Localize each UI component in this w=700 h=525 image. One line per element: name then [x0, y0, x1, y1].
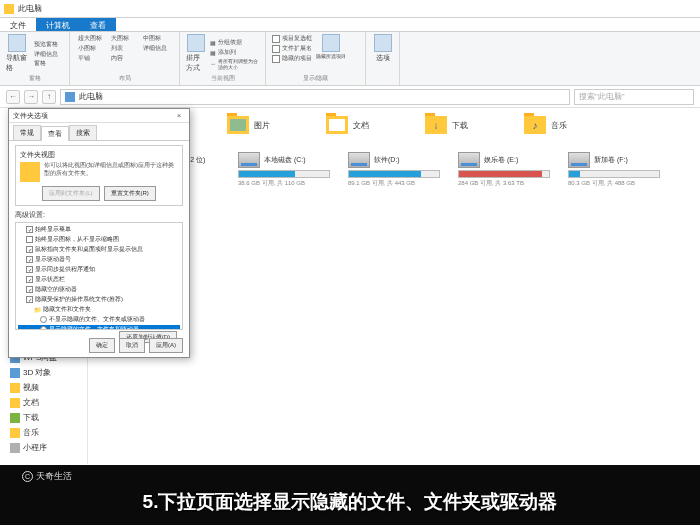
- tab-file[interactable]: 文件: [0, 18, 36, 31]
- ribbon-tabs: 文件 计算机 查看: [0, 18, 700, 32]
- advanced-label: 高级设置:: [15, 210, 183, 220]
- checkbox-file-ext[interactable]: 文件扩展名: [272, 44, 312, 53]
- autofit-button[interactable]: ↔将所有列调整为合适的大小: [210, 58, 259, 70]
- view-l-icons[interactable]: 大图标: [109, 34, 141, 43]
- close-button[interactable]: ×: [173, 111, 185, 121]
- forward-button[interactable]: →: [24, 90, 38, 104]
- folder-documents[interactable]: 文档: [326, 116, 369, 134]
- radio-dont-show-hidden[interactable]: 不显示隐藏的文件、文件夹或驱动器: [18, 315, 180, 325]
- add-columns-button[interactable]: ▦添加列: [210, 48, 259, 57]
- pc-icon: [65, 92, 75, 102]
- tab-search[interactable]: 搜索: [69, 125, 97, 140]
- dialog-footer: 确定 取消 应用(A): [15, 338, 183, 353]
- dialog-body: 文件夹视图 你可以将此视图(如详细信息或图标)应用于这种类型的所有文件夹。 应用…: [9, 141, 189, 349]
- checkbox-item-checkboxes[interactable]: 项目复选框: [272, 34, 312, 43]
- address-bar: ← → ↑ 此电脑 搜索"此电脑": [0, 86, 700, 108]
- tab-general[interactable]: 常规: [13, 125, 41, 140]
- dialog-tabs: 常规 查看 搜索: [9, 123, 189, 141]
- folder-icon: [326, 116, 348, 134]
- sidebar-item[interactable]: 下载: [0, 410, 87, 425]
- cancel-button[interactable]: 取消: [119, 338, 145, 353]
- drive-icon: [458, 152, 480, 168]
- group-desc: 你可以将此视图(如详细信息或图标)应用于这种类型的所有文件夹。: [44, 162, 178, 178]
- view-m-icons[interactable]: 中图标: [141, 34, 173, 43]
- view-list[interactable]: 列表: [109, 44, 141, 53]
- view-s-icons[interactable]: 小图标: [76, 44, 108, 53]
- tab-computer[interactable]: 计算机: [36, 18, 80, 31]
- folder-icon: [20, 162, 40, 182]
- ribbon: 导航窗格 预览窗格 详细信息窗格 窗格 超大图标 大图标 中图标 小图标 列表 …: [0, 32, 700, 86]
- ribbon-group-show-hide: 项目复选框 文件扩展名 隐藏的项目 隐藏所选项目 显示/隐藏: [266, 32, 366, 85]
- folder-music[interactable]: 音乐: [524, 116, 567, 134]
- nav-pane-button[interactable]: 导航窗格: [6, 34, 28, 73]
- ok-button[interactable]: 确定: [89, 338, 115, 353]
- sidebar-item[interactable]: 音乐: [0, 425, 87, 440]
- sort-button[interactable]: 排序方式: [186, 34, 206, 73]
- drives-row: 腾讯视频 (32 位) 本地磁盘 (C:) 38.6 GB 可用, 共 110 …: [128, 152, 690, 188]
- tab-view[interactable]: 查看: [41, 126, 69, 141]
- back-button[interactable]: ←: [6, 90, 20, 104]
- folder-view-group: 文件夹视图 你可以将此视图(如详细信息或图标)应用于这种类型的所有文件夹。 应用…: [15, 145, 183, 206]
- search-input[interactable]: 搜索"此电脑": [574, 89, 694, 105]
- view-details[interactable]: 详细信息: [141, 44, 173, 53]
- document-icon: [10, 398, 20, 408]
- advanced-settings-tree[interactable]: ✓始终显示菜单 始终显示图标，从不显示缩略图 ✓鼠标指向文件夹和桌面项时显示提示…: [15, 222, 183, 330]
- ribbon-group-options: 选项: [366, 32, 400, 85]
- options-button[interactable]: 选项: [372, 34, 393, 63]
- hidden-files-folder-node[interactable]: 📁隐藏文件和文件夹: [18, 305, 180, 315]
- hide-selected-button[interactable]: 隐藏所选项目: [316, 34, 346, 63]
- tab-view[interactable]: 查看: [80, 18, 116, 31]
- group-title: 文件夹视图: [20, 150, 178, 160]
- folder-icon: [425, 116, 447, 134]
- dialog-titlebar: 文件夹选项 ×: [9, 109, 189, 123]
- preview-pane-button[interactable]: 预览窗格: [32, 40, 63, 49]
- view-tiles[interactable]: 平铺: [76, 54, 108, 63]
- drive-icon: [568, 152, 590, 168]
- folder-options-dialog: 文件夹选项 × 常规 查看 搜索 文件夹视图 你可以将此视图(如详细信息或图标)…: [8, 108, 190, 358]
- up-button[interactable]: ↑: [42, 90, 56, 104]
- watermark: C天奇生活: [22, 470, 72, 483]
- video-caption: 5.下拉页面选择显示隐藏的文件、文件夹或驱动器: [0, 489, 700, 515]
- drive-e[interactable]: 娱乐卷 (E:) 284 GB 可用, 共 3.63 TB: [458, 152, 550, 188]
- dialog-title: 文件夹选项: [13, 111, 48, 121]
- app-icon: [10, 443, 20, 453]
- folder-pictures[interactable]: 图片: [227, 116, 270, 134]
- video-icon: [10, 383, 20, 393]
- view-xl-icons[interactable]: 超大图标: [76, 34, 108, 43]
- drive-icon: [348, 152, 370, 168]
- apply-to-folders-button[interactable]: 应用到文件夹(L): [42, 186, 99, 201]
- drive-icon: [238, 152, 260, 168]
- address-input[interactable]: 此电脑: [60, 89, 570, 105]
- view-content[interactable]: 内容: [109, 54, 141, 63]
- drive-f[interactable]: 新加卷 (F:) 80.3 GB 可用, 共 488 GB: [568, 152, 660, 188]
- titlebar: 此电脑: [0, 0, 700, 18]
- folder-icon: [227, 116, 249, 134]
- drive-d[interactable]: 软件(D:) 89.1 GB 可用, 共 443 GB: [348, 152, 440, 188]
- app-icon: [4, 4, 14, 14]
- folder-downloads[interactable]: 下载: [425, 116, 468, 134]
- apply-button[interactable]: 应用(A): [149, 338, 183, 353]
- ribbon-group-current-view: 排序方式 ▦分组依据 ▦添加列 ↔将所有列调整为合适的大小 当前视图: [180, 32, 266, 85]
- 3d-icon: [10, 368, 20, 378]
- drive-c[interactable]: 本地磁盘 (C:) 38.6 GB 可用, 共 110 GB: [238, 152, 330, 188]
- folder-icon: [524, 116, 546, 134]
- folders-row: 视频 图片 文档 下载 音乐: [128, 116, 690, 134]
- download-icon: [10, 413, 20, 423]
- group-by-button[interactable]: ▦分组依据: [210, 38, 259, 47]
- title-path: 此电脑: [18, 3, 42, 14]
- sidebar-item[interactable]: 文档: [0, 395, 87, 410]
- sidebar-item[interactable]: 小程序: [0, 440, 87, 455]
- sidebar-item[interactable]: 视频: [0, 380, 87, 395]
- ribbon-group-panes: 导航窗格 预览窗格 详细信息窗格 窗格: [0, 32, 70, 85]
- sidebar-item[interactable]: 3D 对象: [0, 365, 87, 380]
- checkbox-hidden-items[interactable]: 隐藏的项目: [272, 54, 312, 63]
- ribbon-group-layout: 超大图标 大图标 中图标 小图标 列表 详细信息 平铺 内容 布局: [70, 32, 180, 85]
- details-pane-button[interactable]: 详细信息窗格: [32, 50, 63, 68]
- reset-folders-button[interactable]: 重置文件夹(R): [104, 186, 156, 201]
- music-icon: [10, 428, 20, 438]
